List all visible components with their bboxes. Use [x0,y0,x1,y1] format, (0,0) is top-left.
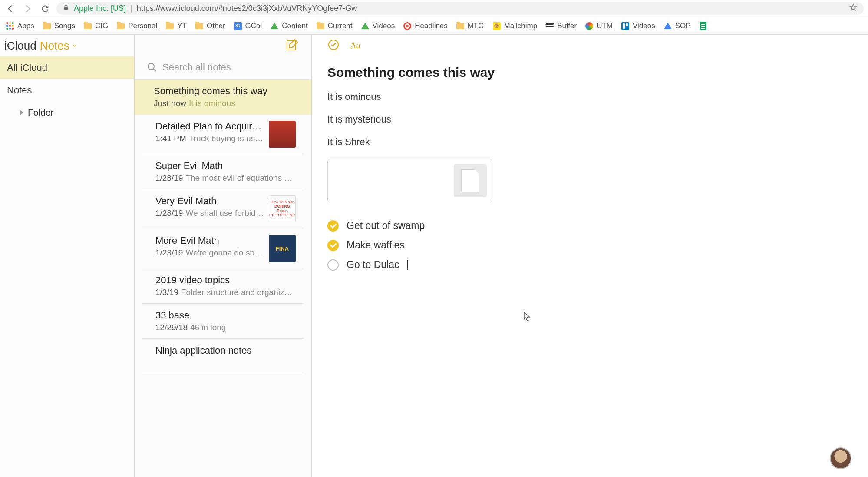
note-item-preview: Truck buying is usually … [189,134,264,143]
note-list-item[interactable]: Very Evil Math1/28/19We shall use forbid… [142,189,304,229]
bookmark-YT[interactable]: YT [166,22,187,30]
bookmark-CIG[interactable]: CIG [84,22,108,30]
bookmark-Videos[interactable]: Videos [621,22,655,30]
note-list-item[interactable]: Something comes this wayJust nowIt is om… [135,80,311,115]
target-icon [403,22,411,30]
checklist-item[interactable]: Get out of swamp [327,220,852,232]
bookmark-Personal[interactable]: Personal [117,22,157,30]
folder-item[interactable]: Notes [0,79,134,102]
notes-list[interactable]: Something comes this wayJust nowIt is om… [135,80,311,477]
search-row [135,56,311,80]
checklist-item[interactable]: Make waffles [327,239,852,251]
attachment-box[interactable] [327,159,492,202]
bookmark-Buffer[interactable]: Buffer [546,22,577,30]
bookmark-Mailchimp[interactable]: 🐵Mailchimp [493,22,538,30]
note-list-item[interactable]: Detailed Plan to Acquire a F…1:41 PMTruc… [142,115,304,154]
folder-icon [317,23,324,29]
checklist-text[interactable]: Make waffles [347,239,405,251]
checkbox[interactable] [327,259,339,271]
checklist[interactable]: Get out of swampMake wafflesGo to Dulac [327,220,852,271]
folders-sidebar: iCloud Notes All iCloudNotesFolder [0,35,135,477]
user-avatar[interactable] [830,447,851,469]
note-editor[interactable]: Aa Something comes this way It is ominou… [312,35,868,477]
bookmark-Apps[interactable]: Apps [6,22,34,30]
folder-item[interactable]: All iCloud [0,56,134,79]
bookmark-label: UTM [597,22,613,30]
svg-text:Aa: Aa [350,40,360,50]
app-title[interactable]: iCloud Notes [0,35,134,56]
bookmark-SOP[interactable]: SOP [664,22,691,30]
bookmarks-bar: AppsSongsCIGPersonalYTOther30GCalContent… [0,17,868,35]
brand-label: iCloud [4,39,36,53]
search-input[interactable] [162,62,303,73]
bookmark-Other[interactable]: Other [195,22,225,30]
bookmark-UTM[interactable]: UTM [585,22,613,30]
folder-label: Notes [7,85,32,96]
address-url: https://www.icloud.com/#notes2/0c3i3jXxb… [137,4,357,13]
checkbox[interactable] [327,220,339,232]
compose-note-button[interactable] [285,38,299,53]
note-title[interactable]: Something comes this way [327,65,852,80]
document-icon [454,164,487,197]
note-item-meta: 1/28/19We shall use forbidden … [155,209,264,218]
apps-icon [6,22,14,30]
bookmark-MTG[interactable]: MTG [456,22,484,30]
bookmark-Content[interactable]: Content [271,22,308,30]
folder-icon [456,23,464,29]
folder-icon [84,23,92,29]
bookmark-label: Buffer [557,22,577,30]
bookmark-star-icon[interactable] [849,3,858,14]
notes-list-column: Something comes this wayJust nowIt is om… [135,35,312,477]
note-list-item[interactable]: More Evil Math1/23/19We're gonna do spel… [142,229,304,268]
notes-app: iCloud Notes All iCloudNotesFolder Somet… [0,35,868,477]
note-item-preview: 46 in long [190,323,226,332]
bookmark-label: Videos [373,22,395,30]
folder-item[interactable]: Folder [0,102,134,123]
note-list-item[interactable]: Ninja application notes [142,339,304,374]
checklist-text[interactable]: Go to Dulac [347,259,399,271]
bookmark-Songs[interactable]: Songs [43,22,75,30]
note-list-item[interactable]: 2019 video topics1/3/19Folder structure … [142,268,304,304]
bookmark-sheets[interactable] [700,22,706,30]
checklist-text[interactable]: Get out of swamp [347,220,425,232]
utm-icon [585,22,593,30]
browser-forward-button[interactable] [22,3,34,15]
text-style-button[interactable]: Aa [349,39,361,53]
bookmark-label: SOP [675,22,691,30]
bookmark-Videos[interactable]: Videos [361,22,395,30]
checkbox[interactable] [327,240,339,251]
browser-back-button[interactable] [4,3,17,15]
note-item-title: Very Evil Math [155,195,264,207]
note-item-time: 1/3/19 [155,288,178,297]
note-thumbnail: How To MakeBORINGTopicsINTERESTING [269,195,296,222]
gdrive-icon [361,23,369,29]
note-list-item[interactable]: Super Evil Math1/28/19The most evil of e… [142,154,304,189]
bookmark-Headlines[interactable]: Headlines [403,22,448,30]
bookmark-label: Mailchimp [504,22,538,30]
note-body[interactable]: Something comes this way It is ominousIt… [327,56,852,287]
checklist-button[interactable] [327,39,340,53]
note-item-meta: 1:41 PMTruck buying is usually … [155,134,264,143]
checklist-item[interactable]: Go to Dulac [327,259,852,271]
bookmark-label: Content [282,22,308,30]
note-paragraph[interactable]: It is ominous [327,91,852,103]
note-item-preview: It is ominous [189,99,235,108]
gcal-icon: 30 [234,22,242,30]
address-bar[interactable]: Apple Inc. [US] | https://www.icloud.com… [56,2,864,15]
lock-icon [63,4,69,13]
bookmark-label: Current [328,22,353,30]
trello-icon [621,22,629,30]
section-dropdown[interactable]: Notes [40,39,78,53]
bookmark-GCal[interactable]: 30GCal [234,22,262,30]
note-item-time: 1/23/19 [155,248,183,257]
note-item-title: Super Evil Math [155,160,296,172]
note-paragraph[interactable]: It is mysterious [327,114,852,125]
address-separator: | [130,4,132,13]
note-item-meta: 12/29/1846 in long [155,323,296,332]
note-list-item[interactable]: 33 base12/29/1846 in long [142,304,304,339]
browser-reload-button[interactable] [39,3,51,15]
note-item-time: Just now [154,99,186,108]
note-thumbnail: FINA [269,235,296,262]
bookmark-Current[interactable]: Current [317,22,353,30]
note-paragraph[interactable]: It is Shrek [327,136,852,148]
